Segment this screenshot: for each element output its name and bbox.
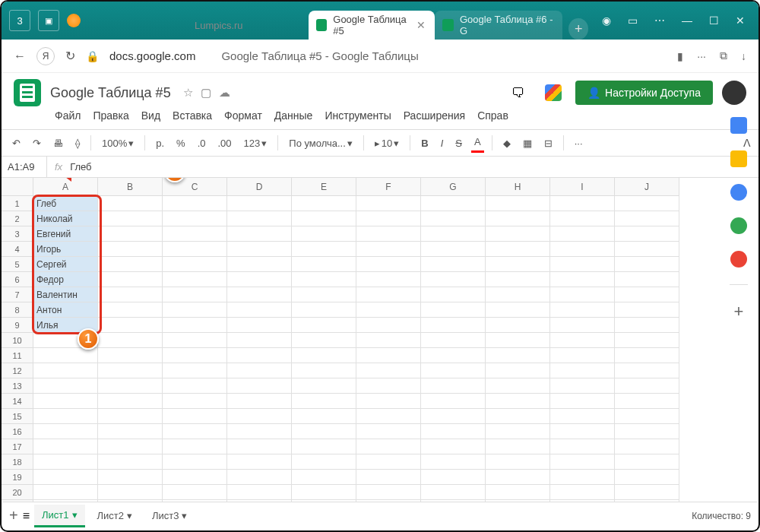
cell-A3[interactable]: Евгений: [33, 226, 98, 242]
cell-G11[interactable]: [421, 348, 486, 363]
cell-B11[interactable]: [98, 348, 163, 363]
cell-A17[interactable]: [33, 439, 98, 454]
cell-A6[interactable]: Федор: [33, 272, 98, 287]
more-icon[interactable]: ⋯: [654, 14, 665, 27]
cell-I4[interactable]: [550, 242, 615, 257]
col-header[interactable]: H: [486, 178, 550, 196]
cell-D20[interactable]: [227, 485, 292, 500]
cell-B19[interactable]: [98, 470, 163, 485]
currency-button[interactable]: р.: [153, 135, 167, 152]
cell-H10[interactable]: [486, 333, 550, 348]
cell-C5[interactable]: [163, 257, 227, 272]
comments-icon[interactable]: 🗨: [505, 80, 531, 106]
cell-I8[interactable]: [550, 302, 615, 318]
cell-J1[interactable]: [615, 196, 679, 211]
more-button[interactable]: ···: [572, 135, 586, 152]
cell-C12[interactable]: [163, 363, 227, 378]
cell-A7[interactable]: Валентин: [33, 287, 98, 302]
cell-C11[interactable]: [163, 348, 227, 363]
cell-I19[interactable]: [550, 470, 615, 485]
borders-button[interactable]: ▦: [520, 135, 535, 152]
cell-D17[interactable]: [227, 439, 292, 454]
cell-D5[interactable]: [227, 257, 292, 272]
row-header[interactable]: 11: [2, 348, 33, 363]
cell-J11[interactable]: [615, 348, 679, 363]
cell-F5[interactable]: [356, 257, 421, 272]
cell-C2[interactable]: [163, 211, 227, 226]
cell-H6[interactable]: [486, 272, 550, 287]
cell-F15[interactable]: [356, 409, 421, 424]
cell-C13[interactable]: [163, 378, 227, 394]
cell-H4[interactable]: [486, 242, 550, 257]
cell-F11[interactable]: [356, 348, 421, 363]
fill-button[interactable]: ◆: [500, 135, 514, 152]
cell-E20[interactable]: [292, 485, 356, 500]
cell-I7[interactable]: [550, 287, 615, 302]
cell-J6[interactable]: [615, 272, 679, 287]
row-header[interactable]: 6: [2, 272, 33, 287]
cell-B1[interactable]: [98, 196, 163, 211]
cell-J10[interactable]: [615, 333, 679, 348]
cell-F12[interactable]: [356, 363, 421, 378]
paint-button[interactable]: ⟠: [72, 135, 83, 152]
cell-G13[interactable]: [421, 378, 486, 394]
cell-G19[interactable]: [421, 470, 486, 485]
cell-F3[interactable]: [356, 226, 421, 242]
cell-I3[interactable]: [550, 226, 615, 242]
cell-E17[interactable]: [292, 439, 356, 454]
zoom-select[interactable]: 100% ▾: [99, 135, 137, 152]
cell-F17[interactable]: [356, 439, 421, 454]
sheets-logo[interactable]: [14, 79, 41, 106]
bold-button[interactable]: B: [418, 135, 431, 152]
overlay-icon[interactable]: ▣: [38, 10, 59, 31]
cell-G5[interactable]: [421, 257, 486, 272]
cell-G4[interactable]: [421, 242, 486, 257]
cell-J17[interactable]: [615, 439, 679, 454]
col-header[interactable]: J: [615, 178, 679, 196]
cell-I17[interactable]: [550, 439, 615, 454]
cell-C19[interactable]: [163, 470, 227, 485]
inc-button[interactable]: .00: [215, 135, 235, 152]
browser-tab-2[interactable]: Google Таблица #6 - G: [435, 11, 562, 40]
cell-C3[interactable]: [163, 226, 227, 242]
cell-C8[interactable]: [163, 302, 227, 318]
dec-button[interactable]: .0: [195, 135, 209, 152]
all-sheets-button[interactable]: ≡: [23, 509, 30, 523]
cell-B4[interactable]: [98, 242, 163, 257]
row-header[interactable]: 17: [2, 439, 33, 454]
cell-E11[interactable]: [292, 348, 356, 363]
cell-I11[interactable]: [550, 348, 615, 363]
tasks-icon[interactable]: [730, 184, 747, 201]
calendar-icon[interactable]: [730, 117, 747, 134]
cell-C6[interactable]: [163, 272, 227, 287]
cell-D16[interactable]: [227, 424, 292, 439]
cell-C1[interactable]: [163, 196, 227, 211]
cell-G9[interactable]: [421, 318, 486, 333]
cell-H2[interactable]: [486, 211, 550, 226]
cell-G10[interactable]: [421, 333, 486, 348]
cell-J3[interactable]: [615, 226, 679, 242]
cell-D9[interactable]: [227, 318, 292, 333]
cell-C17[interactable]: [163, 439, 227, 454]
cell-D15[interactable]: [227, 409, 292, 424]
cell-I2[interactable]: [550, 211, 615, 226]
cell-E9[interactable]: [292, 318, 356, 333]
cell-I6[interactable]: [550, 272, 615, 287]
cell-A12[interactable]: [33, 363, 98, 378]
keep-icon[interactable]: [730, 150, 747, 167]
cell-J4[interactable]: [615, 242, 679, 257]
cell-F9[interactable]: [356, 318, 421, 333]
fx-icon[interactable]: fx: [47, 161, 70, 173]
cloud-icon[interactable]: ☁: [219, 86, 230, 100]
extensions-icon[interactable]: ⧉: [720, 49, 727, 62]
cell-E18[interactable]: [292, 454, 356, 470]
cell-I16[interactable]: [550, 424, 615, 439]
reload-button[interactable]: ↻: [65, 49, 75, 63]
row-header[interactable]: 4: [2, 242, 33, 257]
cell-A19[interactable]: [33, 470, 98, 485]
status-count[interactable]: Количество: 9: [692, 511, 751, 521]
col-header[interactable]: B: [98, 178, 163, 196]
cell-J16[interactable]: [615, 424, 679, 439]
cell-B8[interactable]: [98, 302, 163, 318]
menu-view[interactable]: Вид: [137, 108, 165, 123]
